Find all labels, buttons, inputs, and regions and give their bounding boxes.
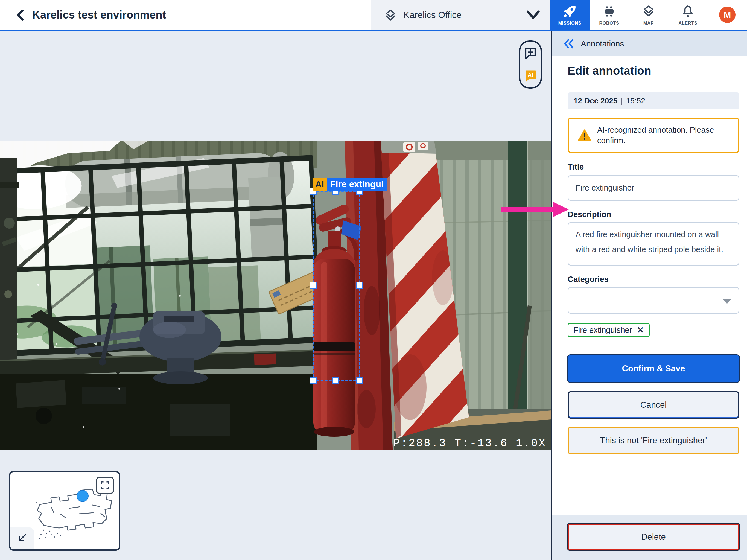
edit-annotation-panel: Annotations Edit annotation 12 Dec 2025 … [551,31,747,560]
ai-annotation-button[interactable]: AI [523,69,538,83]
page-title: Karelics test environment [32,9,166,21]
robot-position-dot [77,490,88,502]
collapse-panel-button[interactable] [563,38,575,50]
bell-icon [681,4,695,19]
ai-badge: AI [312,178,327,190]
category-chip-label: Fire extinguisher [573,326,632,335]
map-layers-icon [641,4,656,19]
cancel-button[interactable]: Cancel [568,391,739,418]
arrow-down-left-icon [16,532,28,545]
top-bar: Karelics test environment Karelics Offic… [0,0,747,31]
add-annotation-icon [523,46,538,60]
ai-warning-banner: AI-recognized annotation. Please confirm… [568,118,739,153]
layers-icon [383,8,397,22]
annotation-timestamp: 12 Dec 2025 | 15:52 [568,93,739,109]
select-caret-icon [723,299,731,304]
rocket-icon [563,4,577,19]
camera-image[interactable]: P:288.3 T:-13.6 1.0X [0,141,551,450]
robot-icon [602,4,616,19]
annotation-bounding-box[interactable] [312,190,360,381]
warning-triangle-icon [577,128,592,142]
minimap-expand-button[interactable] [96,477,114,494]
camera-photo-illustration: P:288.3 T:-13.6 1.0X [0,141,551,450]
categories-label: Categories [568,275,739,284]
tab-map[interactable]: MAP [629,0,668,30]
panel-body: Edit annotation 12 Dec 2025 | 15:52 AI-r… [568,56,739,454]
description-label: Description [568,210,739,219]
annotation-toolbar: AI [519,41,542,88]
panel-footer: Delete [552,515,747,560]
chevron-left-icon [15,8,27,22]
bbox-handle-e[interactable] [356,282,363,289]
bbox-handle-sw[interactable] [310,377,317,384]
minimap-collapse-button[interactable] [10,528,34,549]
user-avatar[interactable]: M [719,6,736,23]
ai-bubble-icon: AI [523,69,538,83]
delete-button[interactable]: Delete [568,524,739,550]
confirm-save-button[interactable]: Confirm & Save [568,355,739,382]
tab-map-label: MAP [643,21,654,26]
add-annotation-button[interactable] [523,46,538,60]
tab-missions[interactable]: MISSIONS [550,0,590,30]
bbox-handle-s[interactable] [332,377,339,384]
annotation-date: 12 Dec 2025 [574,97,617,105]
panel-header: Annotations [552,31,747,56]
chip-remove-icon[interactable]: ✕ [637,326,644,334]
panel-header-title: Annotations [581,39,624,48]
minimap[interactable] [9,471,120,551]
tab-missions-label: MISSIONS [558,21,582,26]
expand-icon [100,480,110,491]
panel-heading: Edit annotation [568,64,739,77]
bbox-handle-w[interactable] [310,282,317,289]
camera-osd-text: P:288.3 T:-13.6 1.0X [393,437,546,450]
tab-alerts[interactable]: ALERTS [668,0,707,30]
svg-text:AI: AI [528,72,534,78]
double-chevron-left-icon [563,38,575,50]
viewer-area: P:288.3 T:-13.6 1.0X AI Fire extingui AI [0,31,551,560]
annotation-time: 15:52 [626,97,645,105]
main-nav: MISSIONS ROBOTS MAP [550,0,707,30]
chevron-down-icon [525,9,541,20]
description-input[interactable]: A red fire extinguisher mounted on a wal… [568,222,739,265]
bbox-handle-se[interactable] [356,377,363,384]
annotation-label[interactable]: AI Fire extingui [312,178,387,190]
title-label: Title [568,162,739,172]
site-selector-label: Karelics Office [404,10,462,20]
tab-robots-label: ROBOTS [599,21,619,26]
tab-alerts-label: ALERTS [679,21,697,26]
categories-select[interactable] [568,287,739,314]
reject-annotation-button[interactable]: This is not 'Fire extinguisher' [568,427,739,454]
site-selector[interactable]: Karelics Office [371,0,550,30]
callout-arrow [501,202,569,217]
tab-robots[interactable]: ROBOTS [590,0,629,30]
annotation-label-text: Fire extingui [327,178,387,190]
timestamp-separator: | [621,97,623,105]
title-input[interactable]: Fire extinguisher [568,175,739,201]
ai-warning-text: AI-recognized annotation. Please confirm… [597,125,723,146]
top-bar-left: Karelics test environment [0,0,371,30]
back-button[interactable] [12,7,29,23]
category-chip[interactable]: Fire extinguisher ✕ [568,323,650,337]
